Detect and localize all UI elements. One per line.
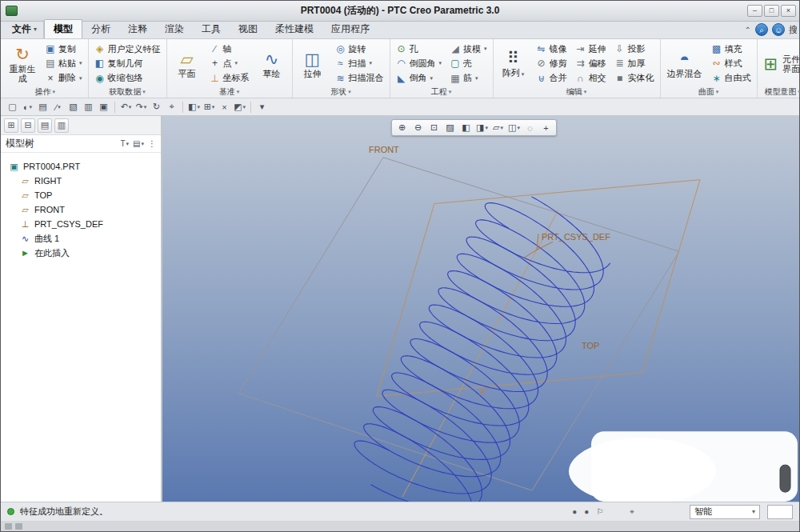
- group-engineering-label[interactable]: 工程: [394, 86, 490, 98]
- group-surfaces-label[interactable]: 曲面: [664, 86, 754, 98]
- redo-button[interactable]: ↷: [134, 100, 148, 114]
- tree-item-part[interactable]: ▣ PRT0004.PRT: [1, 159, 161, 174]
- freestyle-button[interactable]: ∗自由式: [709, 71, 754, 86]
- panel-grid-button[interactable]: ⊞: [4, 118, 18, 133]
- pattern-button[interactable]: ⠿ 阵列: [497, 41, 530, 86]
- zoom-in-button[interactable]: ⊕: [394, 121, 410, 134]
- csys-button[interactable]: ⊥坐标系: [207, 71, 252, 86]
- shading-button[interactable]: ◧: [458, 121, 474, 134]
- group-model-intent-label[interactable]: 模型意图: [761, 86, 800, 98]
- 3d-viewport[interactable]: FRONTTOPPRT_CSYS_DEF ⊕ ⊖ ⊡ ▨ ◧ ◨ ▱ ◫ ◌ +: [162, 116, 799, 502]
- selection-filter-dropdown[interactable]: 智能 ▾: [690, 505, 760, 519]
- tab-render[interactable]: 渲染: [156, 20, 193, 38]
- favorites-button[interactable]: ▥: [54, 118, 69, 133]
- tab-flexible-modeling[interactable]: 柔性建模: [266, 20, 322, 38]
- delete-button[interactable]: ×删除: [42, 71, 85, 86]
- file-menu-button[interactable]: 文件 ▾: [4, 20, 44, 38]
- search-icon[interactable]: ⌕: [755, 23, 768, 36]
- hole-button[interactable]: ⊙孔: [394, 42, 445, 56]
- minimize-button[interactable]: –: [747, 5, 762, 17]
- find-in-model-icon[interactable]: ⌖: [630, 507, 634, 517]
- tab-view[interactable]: 视图: [230, 20, 266, 38]
- tree-item-curve[interactable]: ∿ 曲线 1: [1, 231, 161, 246]
- tree-options-button[interactable]: ⋮: [148, 139, 156, 148]
- model-display-button[interactable]: ◐: [21, 100, 34, 114]
- revolve-button[interactable]: ◎旋转: [333, 42, 386, 56]
- group-editing-label[interactable]: 编辑: [497, 86, 657, 98]
- swept-blend-button[interactable]: ≋扫描混合: [333, 71, 386, 86]
- mail-button[interactable]: ▧: [66, 100, 80, 114]
- open-button[interactable]: ▤: [36, 100, 50, 114]
- regenerate-quick-button[interactable]: ↻: [150, 100, 163, 114]
- axis-button[interactable]: ∕轴: [207, 42, 252, 56]
- save-button[interactable]: ▣: [97, 100, 110, 114]
- panel-pin-button[interactable]: ⊟: [21, 118, 35, 133]
- mirror-button[interactable]: ⇋镜像: [534, 42, 570, 56]
- tab-applications[interactable]: 应用程序: [322, 20, 378, 38]
- resize-grip-icon[interactable]: [15, 523, 22, 530]
- customize-toolbar-button[interactable]: ▾: [255, 100, 269, 114]
- resize-grip-icon[interactable]: [5, 523, 12, 530]
- thicken-button[interactable]: ≣加厚: [612, 56, 657, 70]
- zoom-out-button[interactable]: ⊖: [410, 121, 426, 134]
- fill-button[interactable]: ▩填充: [709, 42, 754, 56]
- tree-item-front-plane[interactable]: ▱ FRONT: [1, 202, 161, 217]
- paste-button[interactable]: ▤粘贴: [42, 56, 85, 70]
- rib-button[interactable]: ▦筋: [447, 71, 490, 86]
- offset-button[interactable]: ⇉偏移: [573, 56, 609, 70]
- style-button[interactable]: ∾样式: [709, 56, 754, 70]
- udf-button[interactable]: ◈用户定义特征: [92, 42, 163, 56]
- tab-annotate[interactable]: 注释: [119, 20, 156, 38]
- trim-button[interactable]: ⊘修剪: [534, 56, 570, 70]
- group-get-data-label[interactable]: 获取数据: [92, 86, 163, 98]
- extend-button[interactable]: ⇥延伸: [573, 42, 609, 56]
- copy-geometry-button[interactable]: ◧复制几何: [92, 56, 163, 70]
- tree-item-right-plane[interactable]: ▱ RIGHT: [1, 174, 161, 188]
- shrinkwrap-button[interactable]: ◉收缩包络: [92, 71, 163, 86]
- find-button[interactable]: ⌖: [165, 100, 178, 114]
- new-file-button[interactable]: ▢: [6, 100, 19, 114]
- shell-button[interactable]: ▢壳: [447, 56, 490, 70]
- sketch-button[interactable]: ∿ 草绘: [255, 41, 289, 86]
- refit-button[interactable]: ⊡: [426, 121, 442, 134]
- viewport-canvas[interactable]: FRONTTOPPRT_CSYS_DEF: [162, 116, 799, 502]
- plane-button[interactable]: ▱ 平面: [170, 41, 204, 86]
- display-style-viewport-button[interactable]: ◨: [474, 121, 490, 134]
- solidify-button[interactable]: ■实体化: [612, 71, 657, 86]
- tree-item-csys[interactable]: ⊥ PRT_CSYS_DEF: [1, 217, 161, 231]
- close-button[interactable]: ×: [781, 5, 796, 17]
- collapse-ribbon-icon[interactable]: ⌃: [745, 26, 751, 34]
- print-button[interactable]: ▥: [82, 100, 95, 114]
- tree-filter-button[interactable]: T: [120, 139, 129, 148]
- boundary-blend-button[interactable]: ◓ 边界混合: [664, 41, 706, 86]
- point-button[interactable]: +点: [207, 56, 252, 70]
- round-button[interactable]: ◠倒圆角: [394, 56, 445, 70]
- tree-item-insert-here[interactable]: ► 在此插入: [1, 246, 161, 260]
- edit-button[interactable]: ∕: [51, 100, 65, 114]
- options-button[interactable]: ◩: [233, 100, 246, 114]
- tree-item-top-plane[interactable]: ▱ TOP: [1, 188, 161, 202]
- group-operations-label[interactable]: 操作: [6, 86, 85, 98]
- datum-display-button[interactable]: ▱: [490, 121, 506, 134]
- component-interface-button[interactable]: ⊞ 元件界面: [761, 41, 800, 86]
- annotations-button[interactable]: ◌: [522, 121, 538, 134]
- tab-model[interactable]: 模型: [44, 19, 82, 38]
- merge-button[interactable]: ⊎合并: [534, 71, 570, 86]
- extrude-button[interactable]: ◫ 拉伸: [296, 41, 330, 86]
- flag-icon[interactable]: ⚐: [596, 507, 603, 516]
- group-datum-label[interactable]: 基准: [170, 86, 289, 98]
- tab-analysis[interactable]: 分析: [82, 20, 119, 38]
- intersect-button[interactable]: ∩相交: [573, 71, 609, 86]
- undo-button[interactable]: ↶: [119, 100, 133, 114]
- group-shapes-label[interactable]: 形状: [296, 86, 386, 98]
- copy-button[interactable]: ▣复制: [42, 42, 85, 56]
- display-style-button[interactable]: ◧: [187, 100, 201, 114]
- saved-views-button[interactable]: ◫: [506, 121, 522, 134]
- account-icon[interactable]: ☺: [772, 23, 785, 36]
- repaint-button[interactable]: ▨: [442, 121, 458, 134]
- tab-tools[interactable]: 工具: [193, 20, 230, 38]
- sweep-button[interactable]: ≈扫描: [333, 56, 386, 70]
- project-button[interactable]: ⇩投影: [612, 42, 657, 56]
- folder-browser-button[interactable]: ▤: [38, 118, 52, 133]
- close-window-button[interactable]: ×: [218, 100, 231, 114]
